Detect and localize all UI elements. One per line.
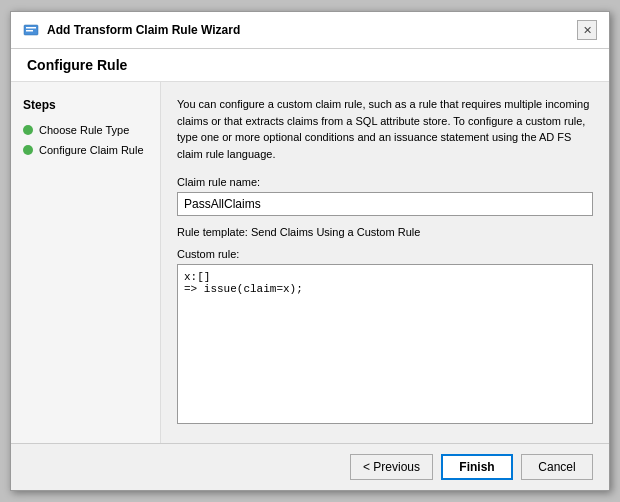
- previous-button[interactable]: < Previous: [350, 454, 433, 480]
- step-dot-configure: [23, 145, 33, 155]
- main-panel: You can configure a custom claim rule, s…: [161, 82, 609, 443]
- claim-rule-name-label: Claim rule name:: [177, 176, 593, 188]
- finish-button[interactable]: Finish: [441, 454, 513, 480]
- sidebar-title: Steps: [23, 98, 148, 112]
- rule-template-text: Rule template: Send Claims Using a Custo…: [177, 226, 593, 238]
- cancel-button[interactable]: Cancel: [521, 454, 593, 480]
- description-text: You can configure a custom claim rule, s…: [177, 96, 593, 162]
- sidebar-item-configure-claim-rule[interactable]: Configure Claim Rule: [23, 144, 148, 156]
- dialog-window: Add Transform Claim Rule Wizard ✕ Config…: [10, 11, 610, 491]
- claim-rule-name-input[interactable]: [177, 192, 593, 216]
- dialog-title: Add Transform Claim Rule Wizard: [47, 23, 240, 37]
- close-button[interactable]: ✕: [577, 20, 597, 40]
- svg-rect-2: [26, 30, 33, 32]
- wizard-icon: [23, 22, 39, 38]
- custom-rule-wrapper: x:[] => issue(claim=x);: [177, 264, 593, 424]
- custom-rule-textarea[interactable]: x:[] => issue(claim=x);: [177, 264, 593, 424]
- sidebar-item-label-configure: Configure Claim Rule: [39, 144, 144, 156]
- custom-rule-label: Custom rule:: [177, 248, 593, 260]
- svg-rect-1: [26, 27, 36, 29]
- sidebar-item-choose-rule-type[interactable]: Choose Rule Type: [23, 124, 148, 136]
- step-dot-choose: [23, 125, 33, 135]
- sidebar: Steps Choose Rule Type Configure Claim R…: [11, 82, 161, 443]
- content-area: Steps Choose Rule Type Configure Claim R…: [11, 82, 609, 443]
- title-bar-left: Add Transform Claim Rule Wizard: [23, 22, 240, 38]
- sidebar-item-label-choose: Choose Rule Type: [39, 124, 129, 136]
- title-bar: Add Transform Claim Rule Wizard ✕: [11, 12, 609, 49]
- section-header: Configure Rule: [11, 49, 609, 82]
- footer: < Previous Finish Cancel: [11, 443, 609, 490]
